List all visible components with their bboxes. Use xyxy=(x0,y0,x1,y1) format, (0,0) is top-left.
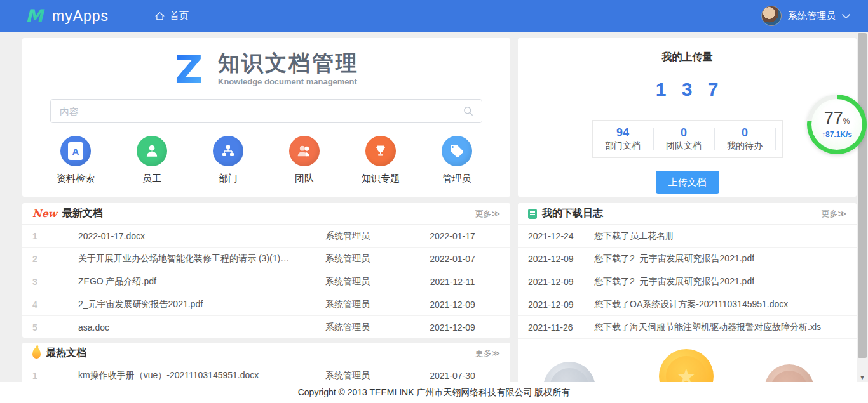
shortcut-employee[interactable]: 员工 xyxy=(121,136,182,185)
page-subtitle: Knowledge document management xyxy=(218,77,359,86)
log-date: 2021-12-09 xyxy=(528,300,583,310)
shortcut-row: A 资料检索 员工 部门 xyxy=(22,123,510,185)
shortcut-label: 管理员 xyxy=(426,173,487,185)
shortcut-topics[interactable]: 知识专题 xyxy=(350,136,411,185)
doc-author: 系统管理员 xyxy=(290,230,405,242)
shortcut-team[interactable]: 团队 xyxy=(274,136,335,185)
row-number: 3 xyxy=(32,277,51,287)
doc-author: 系统管理员 xyxy=(290,322,405,333)
log-text[interactable]: 您下载了员工花名册 xyxy=(594,230,674,242)
knowledge-hero-card: Z 知识文档管理 Knowledge document management A… xyxy=(22,38,510,197)
table-row[interactable]: 4 2_元宇宙发展研究报告2021.pdf 系统管理员 2021-12-09 xyxy=(22,293,510,316)
hot-docs-title: 最热文档 xyxy=(46,347,86,360)
upload-panel-title: 我的上传量 xyxy=(518,38,857,64)
upload-progress-widget[interactable]: 77% ↑87.1K/s xyxy=(807,95,867,154)
list-item[interactable]: 2021-11-26 您下载了海天伺服节能注塑机驱动器报警对应故障分析.xls xyxy=(518,316,857,339)
scrollbar-thumb[interactable] xyxy=(858,33,867,358)
doc-title[interactable]: 2_元宇宙发展研究报告2021.pdf xyxy=(78,299,290,310)
search-input[interactable] xyxy=(50,99,482,123)
log-text[interactable]: 您下载了2_元宇宙发展研究报告2021.pdf xyxy=(594,253,754,265)
doc-date: 2022-01-07 xyxy=(405,254,500,264)
download-log-title: 我的下载日志 xyxy=(542,207,603,220)
doc-title[interactable]: asa.doc xyxy=(78,322,290,333)
log-date: 2021-12-24 xyxy=(528,231,583,241)
svg-text:M: M xyxy=(25,6,45,25)
table-row[interactable]: 1 2022-01-17.docx 系统管理员 2022-01-17 xyxy=(22,225,510,248)
upload-panel: 我的上传量 1 3 7 94 部门文档 0 团队文档 0 我的待办 上传文档 xyxy=(518,38,857,197)
myapps-logo-icon: M xyxy=(25,6,47,25)
employee-icon xyxy=(137,136,167,166)
log-text[interactable]: 您下载了海天伺服节能注塑机驱动器报警对应故障分析.xls xyxy=(594,322,821,333)
user-menu[interactable]: 系统管理员 xyxy=(761,6,850,26)
z-logo-icon: Z xyxy=(173,50,209,89)
doc-date: 2021-12-11 xyxy=(405,277,500,287)
latest-docs-title: 最新文档 xyxy=(62,207,103,220)
row-number: 5 xyxy=(32,322,51,333)
nav-home[interactable]: 首页 xyxy=(148,0,195,32)
doc-date: 2021-12-09 xyxy=(405,300,500,310)
list-item[interactable]: 2021-12-24 您下载了员工花名册 xyxy=(518,225,857,248)
doc-title[interactable]: km操作收手册（vue）-20211103145951.docx xyxy=(78,370,290,381)
download-log-more-link[interactable]: 更多≫ xyxy=(821,208,846,220)
user-name: 系统管理员 xyxy=(788,10,836,22)
counter-digit: 7 xyxy=(700,72,726,107)
brand[interactable]: M myApps xyxy=(25,6,109,25)
svg-text:Z: Z xyxy=(175,50,203,89)
vertical-scrollbar[interactable]: ▼ xyxy=(857,32,868,382)
shortcut-department[interactable]: 部门 xyxy=(198,136,259,185)
table-row[interactable]: 2 关于开展开业办公场地智能化装修工程的请示 (3)(1).docx 系统管理员… xyxy=(22,248,510,270)
log-text[interactable]: 您下载了OA系统设计方案-20211103145951.docx xyxy=(594,299,788,310)
row-number: 1 xyxy=(32,231,51,241)
home-icon xyxy=(154,11,165,22)
copyright-text: Copyright © 2013 TEEMLINK 广州市天翎网络科技有限公司 … xyxy=(298,387,571,399)
row-number: 1 xyxy=(32,371,51,381)
progress-percent: 77% xyxy=(824,110,850,129)
log-date: 2021-12-09 xyxy=(528,254,583,264)
table-row[interactable]: 3 ZEGO 产品介绍.pdf 系统管理员 2021-12-11 xyxy=(22,270,510,293)
row-number: 2 xyxy=(32,254,51,264)
doc-title[interactable]: 2022-01-17.docx xyxy=(78,231,290,241)
shortcut-admin[interactable]: 管理员 xyxy=(426,136,487,185)
doc-date: 2022-01-17 xyxy=(405,231,500,241)
tag-icon xyxy=(442,136,472,166)
user-avatar[interactable] xyxy=(761,6,782,26)
topbar: M myApps 首页 系统管理员 xyxy=(0,0,868,32)
doc-letter: A xyxy=(68,142,83,160)
row-number: 4 xyxy=(32,300,51,310)
scrollbar-down-arrow-icon[interactable]: ▼ xyxy=(857,374,868,381)
stat-label: 部门文档 xyxy=(593,140,653,152)
doc-title[interactable]: ZEGO 产品介绍.pdf xyxy=(78,276,290,287)
stat-my-todos[interactable]: 0 我的待办 xyxy=(715,126,775,152)
shortcut-label: 部门 xyxy=(198,173,259,185)
doc-author: 系统管理员 xyxy=(290,370,405,381)
search-icon[interactable] xyxy=(462,105,475,117)
shortcut-label: 员工 xyxy=(121,173,182,185)
hot-docs-more-link[interactable]: 更多≫ xyxy=(475,348,500,359)
doc-author: 系统管理员 xyxy=(290,276,405,287)
stat-team-docs[interactable]: 0 团队文档 xyxy=(654,126,714,152)
log-text[interactable]: 您下载了2_元宇宙发展研究报告2021.pdf xyxy=(594,276,754,287)
team-icon xyxy=(289,136,320,166)
stat-value: 0 xyxy=(654,126,714,139)
counter-digit: 3 xyxy=(674,72,700,107)
counter-digit: 1 xyxy=(648,72,674,107)
shortcut-doc-search[interactable]: A 资料检索 xyxy=(45,136,106,185)
flame-icon xyxy=(32,348,41,359)
stat-dept-docs[interactable]: 94 部门文档 xyxy=(593,126,653,152)
table-row[interactable]: 5 asa.doc 系统管理员 2021-12-09 xyxy=(22,316,510,339)
list-item[interactable]: 2021-12-09 您下载了2_元宇宙发展研究报告2021.pdf xyxy=(518,248,857,270)
footer: Copyright © 2013 TEEMLINK 广州市天翎网络科技有限公司 … xyxy=(0,382,868,403)
doc-title[interactable]: 关于开展开业办公场地智能化装修工程的请示 (3)(1).docx xyxy=(78,253,290,265)
list-item[interactable]: 2021-12-09 您下载了2_元宇宙发展研究报告2021.pdf xyxy=(518,270,857,293)
list-item[interactable]: 2021-12-09 您下载了OA系统设计方案-20211103145951.d… xyxy=(518,293,857,316)
shortcut-label: 团队 xyxy=(274,173,335,185)
stat-label: 团队文档 xyxy=(654,140,714,152)
upload-document-button[interactable]: 上传文档 xyxy=(656,171,719,194)
stat-label: 我的待办 xyxy=(715,140,775,152)
latest-docs-more-link[interactable]: 更多≫ xyxy=(475,208,500,220)
upload-counter: 1 3 7 xyxy=(518,72,857,107)
chevron-down-icon[interactable] xyxy=(842,13,850,19)
stat-value: 94 xyxy=(593,126,653,139)
upload-speed: ↑87.1K/s xyxy=(822,130,852,139)
doc-search-icon: A xyxy=(60,136,91,166)
